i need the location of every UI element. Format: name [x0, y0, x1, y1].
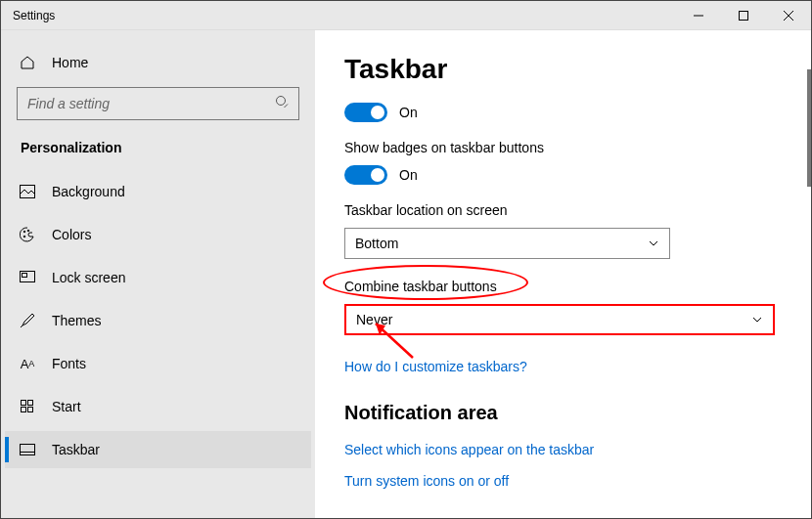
- frame-icon: [19, 271, 36, 284]
- image-icon: [19, 185, 36, 198]
- scroll-thumb[interactable]: [807, 69, 811, 187]
- location-value: Bottom: [355, 236, 398, 251]
- scrollbar[interactable]: [807, 30, 811, 518]
- nav-label: Themes: [52, 313, 102, 328]
- svg-point-7: [23, 231, 25, 233]
- sidebar-item-start[interactable]: Start: [5, 388, 311, 425]
- nav-label: Fonts: [52, 356, 86, 371]
- taskbar-icon: [19, 444, 36, 455]
- svg-rect-13: [28, 401, 33, 406]
- home-label: Home: [52, 55, 88, 70]
- svg-rect-11: [23, 274, 27, 278]
- palette-icon: [19, 227, 36, 242]
- svg-rect-12: [22, 401, 26, 406]
- svg-rect-15: [28, 408, 33, 412]
- toggle-1-state: On: [399, 105, 418, 120]
- titlebar: Settings: [1, 1, 811, 30]
- location-dropdown[interactable]: Bottom: [344, 228, 670, 259]
- combine-value: Never: [356, 312, 392, 327]
- home-icon: [19, 55, 36, 70]
- sidebar-item-colors[interactable]: Colors: [5, 216, 311, 253]
- sidebar-item-background[interactable]: Background: [5, 173, 311, 210]
- search-input[interactable]: [27, 96, 275, 111]
- chevron-down-icon: [751, 314, 763, 325]
- search-box[interactable]: [17, 87, 299, 120]
- notification-area-title: Notification area: [344, 402, 801, 424]
- svg-point-9: [27, 230, 29, 232]
- svg-rect-1: [740, 11, 748, 20]
- brush-icon: [19, 313, 36, 328]
- svg-point-8: [23, 236, 25, 238]
- category-title: Personalization: [5, 134, 311, 173]
- svg-rect-16: [21, 445, 35, 455]
- nav-label: Background: [52, 184, 125, 199]
- select-icons-link[interactable]: Select which icons appear on the taskbar: [344, 442, 801, 457]
- sidebar-item-themes[interactable]: Themes: [5, 302, 311, 339]
- svg-rect-14: [22, 408, 26, 412]
- home-nav[interactable]: Home: [5, 44, 311, 81]
- badges-label: Show badges on taskbar buttons: [344, 140, 801, 155]
- system-icons-link[interactable]: Turn system icons on or off: [344, 473, 801, 489]
- page-title: Taskbar: [344, 54, 801, 85]
- toggle-switch-1[interactable]: [344, 103, 387, 122]
- toggle-switch-badges[interactable]: [344, 165, 387, 185]
- sidebar: Home Personalization Background Colors: [1, 30, 315, 518]
- location-label: Taskbar location on screen: [344, 202, 801, 218]
- combine-dropdown[interactable]: Never: [344, 304, 775, 335]
- nav-label: Lock screen: [52, 270, 125, 285]
- nav-label: Start: [52, 399, 81, 414]
- customize-link[interactable]: How do I customize taskbars?: [344, 359, 801, 374]
- sidebar-item-taskbar[interactable]: Taskbar: [5, 431, 311, 468]
- minimize-button[interactable]: [676, 1, 721, 30]
- svg-line-5: [285, 105, 289, 108]
- font-icon: AA: [19, 357, 36, 371]
- window-controls: [676, 1, 811, 30]
- main-content: Taskbar On Show badges on taskbar button…: [315, 30, 811, 518]
- toggle-badges-state: On: [399, 167, 418, 183]
- settings-window: Settings Home Personalization: [0, 0, 812, 519]
- chevron-down-icon: [648, 238, 659, 249]
- svg-point-4: [277, 97, 286, 106]
- close-button[interactable]: [766, 1, 811, 30]
- combine-label: Combine taskbar buttons: [344, 279, 801, 294]
- nav-label: Colors: [52, 227, 91, 242]
- maximize-button[interactable]: [721, 1, 766, 30]
- grid-icon: [19, 400, 36, 413]
- nav-label: Taskbar: [52, 442, 100, 457]
- window-title: Settings: [1, 9, 676, 22]
- search-icon: [275, 95, 289, 112]
- sidebar-item-lockscreen[interactable]: Lock screen: [5, 259, 311, 296]
- sidebar-item-fonts[interactable]: AA Fonts: [5, 345, 311, 382]
